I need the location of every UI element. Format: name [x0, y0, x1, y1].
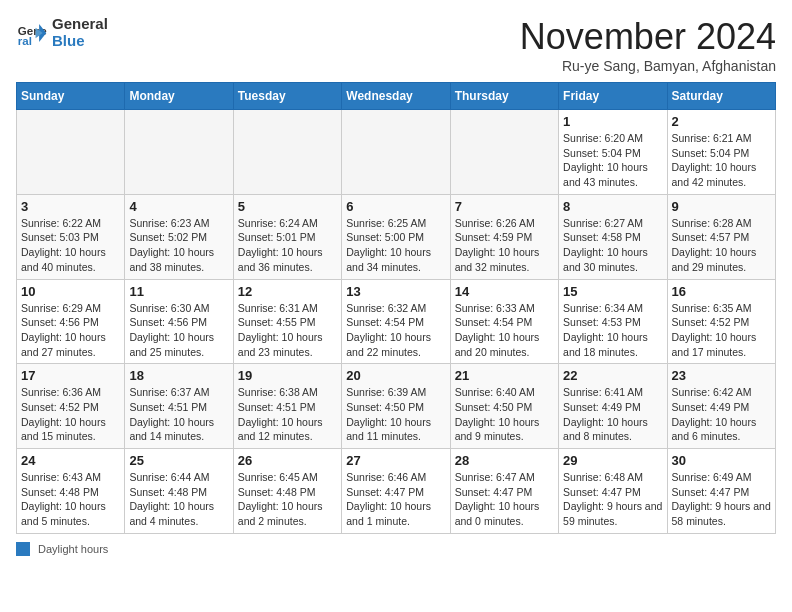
- svg-text:ral: ral: [18, 35, 32, 47]
- calendar-cell: 24Sunrise: 6:43 AM Sunset: 4:48 PM Dayli…: [17, 449, 125, 534]
- day-number: 8: [563, 199, 662, 214]
- day-info: Sunrise: 6:38 AM Sunset: 4:51 PM Dayligh…: [238, 385, 337, 444]
- day-info: Sunrise: 6:37 AM Sunset: 4:51 PM Dayligh…: [129, 385, 228, 444]
- calendar-cell: 21Sunrise: 6:40 AM Sunset: 4:50 PM Dayli…: [450, 364, 558, 449]
- calendar-cell: 20Sunrise: 6:39 AM Sunset: 4:50 PM Dayli…: [342, 364, 450, 449]
- day-number: 16: [672, 284, 771, 299]
- calendar-cell: 6Sunrise: 6:25 AM Sunset: 5:00 PM Daylig…: [342, 194, 450, 279]
- calendar-cell: 13Sunrise: 6:32 AM Sunset: 4:54 PM Dayli…: [342, 279, 450, 364]
- day-number: 25: [129, 453, 228, 468]
- logo: Gene ral General Blue: [16, 16, 108, 49]
- day-number: 5: [238, 199, 337, 214]
- weekday-header-friday: Friday: [559, 83, 667, 110]
- calendar-cell: 26Sunrise: 6:45 AM Sunset: 4:48 PM Dayli…: [233, 449, 341, 534]
- day-number: 10: [21, 284, 120, 299]
- day-info: Sunrise: 6:29 AM Sunset: 4:56 PM Dayligh…: [21, 301, 120, 360]
- calendar-cell: 3Sunrise: 6:22 AM Sunset: 5:03 PM Daylig…: [17, 194, 125, 279]
- day-info: Sunrise: 6:21 AM Sunset: 5:04 PM Dayligh…: [672, 131, 771, 190]
- day-number: 24: [21, 453, 120, 468]
- calendar-cell: 19Sunrise: 6:38 AM Sunset: 4:51 PM Dayli…: [233, 364, 341, 449]
- day-info: Sunrise: 6:20 AM Sunset: 5:04 PM Dayligh…: [563, 131, 662, 190]
- day-number: 9: [672, 199, 771, 214]
- day-info: Sunrise: 6:33 AM Sunset: 4:54 PM Dayligh…: [455, 301, 554, 360]
- day-info: Sunrise: 6:24 AM Sunset: 5:01 PM Dayligh…: [238, 216, 337, 275]
- location: Ru-ye Sang, Bamyan, Afghanistan: [520, 58, 776, 74]
- weekday-header-wednesday: Wednesday: [342, 83, 450, 110]
- daylight-icon: [16, 542, 30, 556]
- calendar-cell: [125, 110, 233, 195]
- day-info: Sunrise: 6:34 AM Sunset: 4:53 PM Dayligh…: [563, 301, 662, 360]
- day-info: Sunrise: 6:49 AM Sunset: 4:47 PM Dayligh…: [672, 470, 771, 529]
- calendar-cell: 8Sunrise: 6:27 AM Sunset: 4:58 PM Daylig…: [559, 194, 667, 279]
- calendar-cell: [233, 110, 341, 195]
- calendar-cell: 12Sunrise: 6:31 AM Sunset: 4:55 PM Dayli…: [233, 279, 341, 364]
- day-info: Sunrise: 6:23 AM Sunset: 5:02 PM Dayligh…: [129, 216, 228, 275]
- day-number: 20: [346, 368, 445, 383]
- month-title: November 2024: [520, 16, 776, 58]
- day-number: 22: [563, 368, 662, 383]
- day-info: Sunrise: 6:22 AM Sunset: 5:03 PM Dayligh…: [21, 216, 120, 275]
- day-info: Sunrise: 6:40 AM Sunset: 4:50 PM Dayligh…: [455, 385, 554, 444]
- day-info: Sunrise: 6:26 AM Sunset: 4:59 PM Dayligh…: [455, 216, 554, 275]
- day-number: 15: [563, 284, 662, 299]
- day-info: Sunrise: 6:47 AM Sunset: 4:47 PM Dayligh…: [455, 470, 554, 529]
- day-number: 4: [129, 199, 228, 214]
- calendar-cell: 14Sunrise: 6:33 AM Sunset: 4:54 PM Dayli…: [450, 279, 558, 364]
- day-number: 13: [346, 284, 445, 299]
- calendar-cell: 2Sunrise: 6:21 AM Sunset: 5:04 PM Daylig…: [667, 110, 775, 195]
- day-info: Sunrise: 6:45 AM Sunset: 4:48 PM Dayligh…: [238, 470, 337, 529]
- calendar-cell: 22Sunrise: 6:41 AM Sunset: 4:49 PM Dayli…: [559, 364, 667, 449]
- weekday-header-saturday: Saturday: [667, 83, 775, 110]
- day-number: 12: [238, 284, 337, 299]
- calendar-table: SundayMondayTuesdayWednesdayThursdayFrid…: [16, 82, 776, 534]
- weekday-header-monday: Monday: [125, 83, 233, 110]
- day-number: 21: [455, 368, 554, 383]
- calendar-cell: [450, 110, 558, 195]
- day-number: 14: [455, 284, 554, 299]
- day-info: Sunrise: 6:41 AM Sunset: 4:49 PM Dayligh…: [563, 385, 662, 444]
- day-number: 11: [129, 284, 228, 299]
- logo-blue-text: Blue: [52, 33, 108, 50]
- calendar-cell: 27Sunrise: 6:46 AM Sunset: 4:47 PM Dayli…: [342, 449, 450, 534]
- day-number: 1: [563, 114, 662, 129]
- calendar-cell: 15Sunrise: 6:34 AM Sunset: 4:53 PM Dayli…: [559, 279, 667, 364]
- day-number: 28: [455, 453, 554, 468]
- day-number: 23: [672, 368, 771, 383]
- calendar-cell: 30Sunrise: 6:49 AM Sunset: 4:47 PM Dayli…: [667, 449, 775, 534]
- day-info: Sunrise: 6:39 AM Sunset: 4:50 PM Dayligh…: [346, 385, 445, 444]
- calendar-cell: 16Sunrise: 6:35 AM Sunset: 4:52 PM Dayli…: [667, 279, 775, 364]
- day-info: Sunrise: 6:44 AM Sunset: 4:48 PM Dayligh…: [129, 470, 228, 529]
- day-number: 6: [346, 199, 445, 214]
- calendar-cell: 23Sunrise: 6:42 AM Sunset: 4:49 PM Dayli…: [667, 364, 775, 449]
- calendar-cell: 17Sunrise: 6:36 AM Sunset: 4:52 PM Dayli…: [17, 364, 125, 449]
- day-info: Sunrise: 6:32 AM Sunset: 4:54 PM Dayligh…: [346, 301, 445, 360]
- weekday-header-sunday: Sunday: [17, 83, 125, 110]
- day-info: Sunrise: 6:43 AM Sunset: 4:48 PM Dayligh…: [21, 470, 120, 529]
- day-info: Sunrise: 6:48 AM Sunset: 4:47 PM Dayligh…: [563, 470, 662, 529]
- day-number: 19: [238, 368, 337, 383]
- calendar-cell: 11Sunrise: 6:30 AM Sunset: 4:56 PM Dayli…: [125, 279, 233, 364]
- day-number: 30: [672, 453, 771, 468]
- day-info: Sunrise: 6:28 AM Sunset: 4:57 PM Dayligh…: [672, 216, 771, 275]
- calendar-cell: 5Sunrise: 6:24 AM Sunset: 5:01 PM Daylig…: [233, 194, 341, 279]
- day-info: Sunrise: 6:31 AM Sunset: 4:55 PM Dayligh…: [238, 301, 337, 360]
- day-info: Sunrise: 6:25 AM Sunset: 5:00 PM Dayligh…: [346, 216, 445, 275]
- day-number: 3: [21, 199, 120, 214]
- weekday-header-thursday: Thursday: [450, 83, 558, 110]
- calendar-cell: 10Sunrise: 6:29 AM Sunset: 4:56 PM Dayli…: [17, 279, 125, 364]
- calendar-cell: 28Sunrise: 6:47 AM Sunset: 4:47 PM Dayli…: [450, 449, 558, 534]
- calendar-footer: Daylight hours: [16, 542, 776, 556]
- title-block: November 2024 Ru-ye Sang, Bamyan, Afghan…: [520, 16, 776, 74]
- day-info: Sunrise: 6:42 AM Sunset: 4:49 PM Dayligh…: [672, 385, 771, 444]
- calendar-cell: 7Sunrise: 6:26 AM Sunset: 4:59 PM Daylig…: [450, 194, 558, 279]
- calendar-cell: 4Sunrise: 6:23 AM Sunset: 5:02 PM Daylig…: [125, 194, 233, 279]
- calendar-cell: 25Sunrise: 6:44 AM Sunset: 4:48 PM Dayli…: [125, 449, 233, 534]
- day-number: 7: [455, 199, 554, 214]
- day-number: 29: [563, 453, 662, 468]
- calendar-cell: 1Sunrise: 6:20 AM Sunset: 5:04 PM Daylig…: [559, 110, 667, 195]
- day-number: 26: [238, 453, 337, 468]
- day-info: Sunrise: 6:30 AM Sunset: 4:56 PM Dayligh…: [129, 301, 228, 360]
- day-number: 18: [129, 368, 228, 383]
- calendar-cell: [17, 110, 125, 195]
- calendar-cell: 29Sunrise: 6:48 AM Sunset: 4:47 PM Dayli…: [559, 449, 667, 534]
